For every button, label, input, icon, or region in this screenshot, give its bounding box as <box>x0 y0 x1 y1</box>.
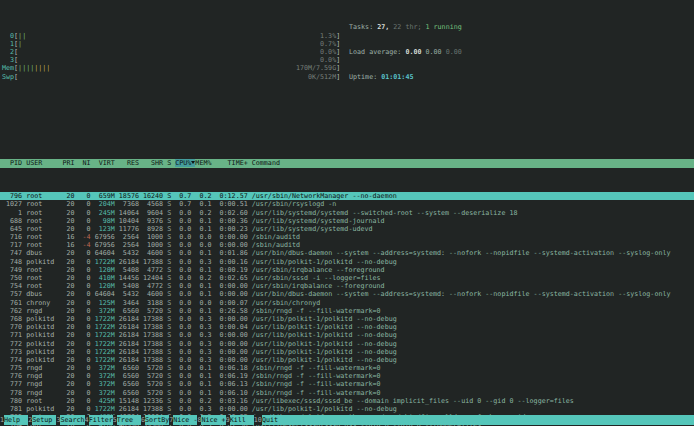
virt-cell: 372M <box>91 307 115 315</box>
process-row[interactable]: 774 polkitd 20 0 1722M 26184 17388 S 0.0… <box>0 356 694 364</box>
process-row[interactable]: 757 dbus 20 0 64604 5432 4600 S 0.0 0.1 … <box>0 290 694 298</box>
state-cell: S <box>163 315 175 323</box>
nice-cell: 0 <box>75 258 91 266</box>
process-row[interactable]: 749 root 20 0 120M 5408 4772 S 0.0 0.1 0… <box>0 266 694 274</box>
state-cell: S <box>163 192 175 200</box>
process-row[interactable]: 771 polkitd 20 0 1722M 26184 17388 S 0.0… <box>0 331 694 339</box>
cpu-meter-0-bar-segment: || <box>18 32 26 40</box>
virt-cell: 67956 <box>91 233 115 241</box>
fkey-label: SortBy <box>145 415 169 425</box>
swap-meter[interactable]: Swp[0K/512M] <box>2 73 694 81</box>
priority-cell: 20 <box>62 348 74 356</box>
cpu-meter-1-bars: | <box>18 40 22 48</box>
user-cell: chrony <box>26 299 62 307</box>
fkey-label: Search <box>60 415 84 425</box>
time-cell: 0:00.23 <box>216 225 252 233</box>
nice-cell: 0 <box>75 290 91 298</box>
process-row[interactable]: 778 rngd 20 0 372M 6560 5720 S 0.0 0.1 0… <box>0 389 694 397</box>
htop-terminal: 0[||1.3%]1[|0.7%]2[0.0%]3[0.0%]Mem[|||||… <box>0 0 694 426</box>
fkey-tree[interactable]: 5Tree <box>113 415 141 425</box>
shr-cell: 17388 <box>139 315 163 323</box>
header-cpu-sort-column[interactable]: CPU% <box>175 159 195 167</box>
command-cell: /sbin/auditd <box>252 241 300 249</box>
process-row[interactable]: 777 rngd 20 0 372M 6560 5720 S 0.0 0.1 0… <box>0 380 694 388</box>
cpu-meter-2-label: 2 <box>2 48 14 56</box>
process-row[interactable]: 645 root 20 0 123M 11776 8928 S 0.0 0.1 … <box>0 225 694 233</box>
load-label: Load average: <box>349 48 405 56</box>
process-row[interactable]: 770 polkitd 20 0 1722M 26184 17388 S 0.0… <box>0 323 694 331</box>
cpu-meter-0[interactable]: 0[||1.3%] <box>2 32 694 40</box>
fkey-sortby[interactable]: 6SortBy <box>141 415 169 425</box>
priority-cell: 16 <box>62 233 74 241</box>
load-1min: 0.00 <box>405 48 425 56</box>
virt-cell: 1722M <box>91 315 115 323</box>
process-table: 796 root 20 0 659M 18576 16240 S 0.7 0.2… <box>0 192 694 426</box>
process-row[interactable]: 747 dbus 20 0 64604 5432 4600 S 0.0 0.1 … <box>0 249 694 257</box>
process-row[interactable]: 762 rngd 20 0 372M 6560 5720 S 0.0 0.1 0… <box>0 307 694 315</box>
time-cell: 0:00.36 <box>216 217 252 225</box>
process-row[interactable]: 781 polkitd 20 0 1722M 26184 17388 S 0.0… <box>0 405 694 413</box>
state-cell: S <box>163 217 175 225</box>
memory-meter[interactable]: Mem[||||||||170M/7.59G] <box>2 64 694 72</box>
state-cell: S <box>163 307 175 315</box>
res-cell: 14064 <box>115 209 139 217</box>
process-row[interactable]: 768 polkitd 20 0 1722M 26184 17388 S 0.0… <box>0 315 694 323</box>
process-row[interactable]: 750 root 20 0 410M 14456 12404 S 0.0 0.2… <box>0 274 694 282</box>
pid-cell: 1 <box>2 209 26 217</box>
fkey-quit[interactable]: 10Quit <box>254 415 286 425</box>
fkey-label: Nice - <box>173 415 197 425</box>
process-row[interactable]: 748 polkitd 20 0 1722M 26184 17388 S 0.0… <box>0 258 694 266</box>
mem-percent-cell: 0.1 <box>195 249 215 257</box>
process-row[interactable]: 773 polkitd 20 0 1722M 26184 17388 S 0.0… <box>0 348 694 356</box>
fkey-nice[interactable]: 8Nice + <box>197 415 225 425</box>
fkey-label: Tree <box>117 415 141 425</box>
process-row[interactable]: 1027 root 20 0 204M 7368 4568 S 0.7 0.1 … <box>0 200 694 208</box>
user-cell: rngd <box>26 364 62 372</box>
fkey-nice[interactable]: 7Nice - <box>169 415 197 425</box>
cpu-meter-2[interactable]: 2[0.0%] <box>2 48 694 56</box>
process-row[interactable]: 772 polkitd 20 0 1722M 26184 17388 S 0.0… <box>0 340 694 348</box>
user-cell: rngd <box>26 307 62 315</box>
process-row[interactable]: 754 root 20 0 120M 5408 4772 S 0.0 0.1 0… <box>0 282 694 290</box>
command-cell: /usr/lib/polkit-1/polkitd --no-debug <box>252 323 397 331</box>
process-row[interactable]: 716 root 16 -4 67956 2564 1000 S 0.0 0.0… <box>0 233 694 241</box>
fkey-setup[interactable]: 2Setup <box>28 415 56 425</box>
pid-cell: 776 <box>2 372 26 380</box>
column-header-row[interactable]: PID USER PRI NI VIRT RES SHR S CPU% MEM%… <box>0 159 694 167</box>
fkey-help[interactable]: 1Help <box>0 415 28 425</box>
user-cell: root <box>26 282 62 290</box>
nice-cell: 0 <box>75 307 91 315</box>
time-cell: 0:06.18 <box>216 364 252 372</box>
command-cell: /usr/sbin/NetworkManager --no-daemon <box>252 192 397 200</box>
res-cell: 2564 <box>115 241 139 249</box>
time-cell: 0:12.57 <box>216 192 252 200</box>
process-row[interactable]: 796 root 20 0 659M 18576 16240 S 0.7 0.2… <box>0 192 694 200</box>
user-cell: root <box>26 192 62 200</box>
header-command: Command <box>252 159 280 167</box>
virt-cell: 1722M <box>91 405 115 413</box>
fkey-kill[interactable]: 9Kill <box>226 415 254 425</box>
command-cell: /sbin/rngd -f --fill-watermark=0 <box>252 372 381 380</box>
process-row[interactable]: 776 rngd 20 0 372M 6560 5720 S 0.0 0.1 0… <box>0 372 694 380</box>
pid-cell: 645 <box>2 225 26 233</box>
process-row[interactable]: 717 root 16 -4 67956 2564 1000 S 0.0 0.0… <box>0 241 694 249</box>
virt-cell: 410M <box>91 274 115 282</box>
process-row[interactable]: 780 root 20 0 425M 15148 12336 S 0.0 0.2… <box>0 397 694 405</box>
user-cell: root <box>26 266 62 274</box>
process-row[interactable]: 775 rngd 20 0 372M 6560 5720 S 0.0 0.1 0… <box>0 364 694 372</box>
shr-cell: 4600 <box>139 249 163 257</box>
process-row[interactable]: 688 root 20 0 98M 10404 9376 S 0.0 0.1 0… <box>0 217 694 225</box>
fkey-search[interactable]: 3Search <box>56 415 84 425</box>
pid-cell: 768 <box>2 315 26 323</box>
user-cell: root <box>26 274 62 282</box>
memory-meter-bar-segment: |||| <box>18 64 34 72</box>
user-cell: dbus <box>26 290 62 298</box>
priority-cell: 20 <box>62 299 74 307</box>
process-row[interactable]: 761 chrony 20 0 125M 3464 3188 S 0.0 0.0… <box>0 299 694 307</box>
cpu-meter-3[interactable]: 3[0.0%] <box>2 56 694 64</box>
command-cell: /usr/lib/systemd/systemd --switched-root… <box>252 209 518 217</box>
fkey-filter[interactable]: 4Filter <box>85 415 113 425</box>
time-cell: 0:03.16 <box>216 397 252 405</box>
cpu-meter-1[interactable]: 1[|0.7%] <box>2 40 694 48</box>
process-row[interactable]: 1 root 20 0 245M 14064 9604 S 0.0 0.2 0:… <box>0 209 694 217</box>
